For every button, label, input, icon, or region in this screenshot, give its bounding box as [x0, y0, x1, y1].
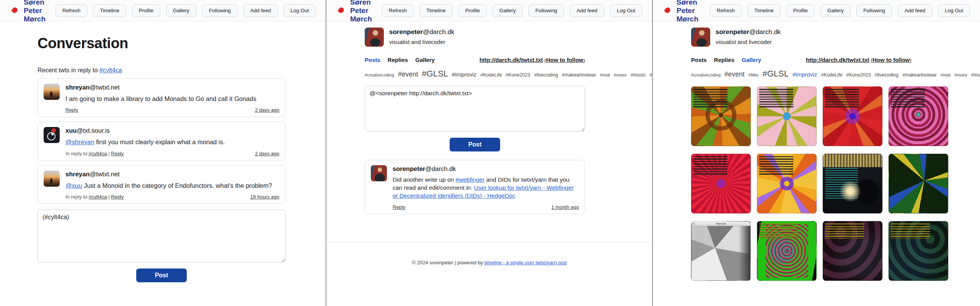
nav-button-add-feed[interactable]: Add feed	[898, 4, 932, 17]
reply-composer-textarea[interactable]: (#cylt4ca)	[38, 210, 285, 262]
tag-link[interactable]: #moire	[954, 73, 967, 77]
twt-body: shreyan@twtxt.net I am going to make a l…	[65, 84, 279, 113]
tag-link[interactable]: #improviz	[452, 71, 476, 78]
tag-link[interactable]: #filter	[748, 73, 759, 77]
author-link[interactable]: shreyan@twtxt.net	[65, 84, 120, 91]
in-reply-tag-link[interactable]: #cylt4ca	[89, 151, 107, 156]
in-reply-tag-link[interactable]: #cylt4ca	[89, 194, 107, 200]
how-to-follow-link[interactable]: How to follow	[872, 57, 910, 63]
topbar: Søren Peter Mørch Refresh Timeline Profi…	[653, 0, 980, 21]
tag-link[interactable]: #paintOver	[649, 72, 653, 78]
nav-button-refresh[interactable]: Refresh	[382, 4, 414, 17]
tag-link[interactable]: #midi	[941, 73, 951, 77]
reply-link[interactable]: Reply	[65, 107, 78, 113]
gallery-item-maroon-wisps[interactable]	[823, 221, 882, 281]
gallery-item-pink-olive-kaleidoscope[interactable]	[757, 86, 817, 146]
tag-link[interactable]: #event	[724, 70, 745, 78]
tag-link[interactable]: #livecoding	[874, 72, 898, 78]
profile-name-link[interactable]: sorenpeter@darch.dk	[716, 28, 781, 36]
nav-button-timeline[interactable]: Timeline	[419, 4, 453, 17]
gallery-item-red-burst[interactable]	[691, 154, 751, 213]
tag-link[interactable]: #Kune2023	[506, 72, 530, 78]
nav-button-timeline[interactable]: Timeline	[93, 4, 126, 17]
webfinger-tag-link[interactable]: #webfinger	[456, 176, 485, 183]
nav-button-profile[interactable]: Profile	[458, 4, 487, 17]
tag-link[interactable]: #Kune2023	[846, 72, 871, 78]
tab-gallery[interactable]: Gallery	[742, 57, 761, 63]
top-nav: Refresh Timeline Profile Gallery Followi…	[382, 4, 642, 17]
tag-link[interactable]: #KodeLife	[821, 72, 842, 78]
nav-button-add-feed[interactable]: Add feed	[570, 4, 604, 17]
post-button[interactable]: Post	[136, 269, 187, 282]
reply-link[interactable]: Reply	[393, 204, 405, 210]
nav-button-log-out[interactable]: Log Out	[938, 4, 970, 17]
nav-button-gallery[interactable]: Gallery	[166, 4, 196, 17]
gallery-item-magenta-rings[interactable]	[889, 86, 948, 146]
gallery-item-green-wireframe-blob[interactable]	[757, 221, 817, 281]
how-to-follow-link[interactable]: How to follow	[546, 57, 583, 63]
tag-link[interactable]: #event	[398, 70, 418, 78]
feed-url-link[interactable]: http://darch.dk/twtxt.txt	[479, 57, 543, 63]
nav-button-profile[interactable]: Profile	[786, 4, 815, 17]
nav-button-log-out[interactable]: Log Out	[284, 4, 316, 17]
nav-button-profile[interactable]: Profile	[132, 4, 160, 17]
nav-button-timeline[interactable]: Timeline	[747, 4, 781, 17]
gallery-item-orange-purple-kaleidoscope[interactable]	[757, 154, 817, 213]
post-composer-textarea[interactable]: @<sorenpeter http://darch.dk/twtxt.txt>	[365, 86, 585, 132]
nav-button-following[interactable]: Following	[856, 4, 892, 17]
feed-url-link[interactable]: http://darch.dk/twtxt.txt	[806, 57, 869, 63]
nav-button-following[interactable]: Following	[202, 4, 238, 17]
nav-button-following[interactable]: Following	[528, 4, 564, 17]
nav-button-add-feed[interactable]: Add feed	[243, 4, 278, 17]
mention-link[interactable]: @shreyan	[65, 138, 94, 145]
mention-link[interactable]: @xuu	[65, 182, 82, 189]
nav-button-refresh[interactable]: Refresh	[710, 4, 742, 17]
footer-powered-link[interactable]: timeline - a single user twtxt/yarn pod	[484, 260, 567, 265]
brand-link[interactable]: Søren Peter Mørch	[663, 0, 710, 23]
tag-link[interactable]: #music	[631, 72, 646, 78]
tag-link[interactable]: #makeartnotwar	[902, 72, 937, 78]
gallery-item-red-purple-kaleidoscope[interactable]	[823, 86, 882, 146]
tag-link[interactable]: #creativecoding	[365, 73, 394, 77]
tab-posts[interactable]: Posts	[691, 57, 707, 63]
gallery-item-orange-green-kaleidoscope[interactable]	[691, 86, 751, 146]
gallery-item-dark-shards[interactable]	[889, 154, 948, 213]
post-button[interactable]: Post	[450, 138, 500, 151]
tag-link[interactable]: #GLSL	[763, 69, 789, 78]
tag-link[interactable]: #creativecoding	[691, 73, 721, 77]
tab-replies[interactable]: Replies	[714, 57, 734, 63]
tab-posts[interactable]: Posts	[365, 57, 380, 63]
nav-button-refresh[interactable]: Refresh	[55, 4, 87, 17]
tab-replies[interactable]: Replies	[388, 57, 408, 63]
tag-link[interactable]: #KodeLife	[480, 72, 502, 78]
reply-link[interactable]: Reply	[111, 151, 124, 156]
tag-link-active[interactable]: #improviz	[792, 71, 817, 78]
tag-link[interactable]: #GLSL	[422, 69, 448, 78]
author-link[interactable]: shreyan@twtxt.net	[65, 171, 120, 177]
code-overlay	[759, 223, 798, 239]
tag-link[interactable]: #makeartnotwar	[562, 72, 596, 78]
tag-link[interactable]: #livecoding	[534, 72, 558, 78]
nav-button-gallery[interactable]: Gallery	[492, 4, 523, 17]
profile-name-link[interactable]: sorenpeter@darch.dk	[389, 28, 454, 36]
conversation-hashtag-link[interactable]: #cylt4ca	[99, 67, 122, 73]
author-link[interactable]: sorenpeter@darch.dk	[393, 165, 456, 172]
gallery-item-improviz-grayscale[interactable]: Improviz	[691, 221, 751, 281]
timestamp-link[interactable]: 2 days ago	[255, 151, 279, 156]
tag-link[interactable]: #midi	[600, 73, 610, 77]
timestamp-link[interactable]: 19 hours ago	[250, 194, 279, 200]
brand-link[interactable]: Søren Peter Mørch	[336, 0, 382, 23]
nav-button-gallery[interactable]: Gallery	[820, 4, 851, 17]
author-link[interactable]: xuu@txt.sour.is	[65, 127, 110, 134]
tab-gallery[interactable]: Gallery	[415, 57, 435, 63]
timestamp-link[interactable]: 1 month ago	[551, 204, 579, 210]
tag-link[interactable]: #moire	[614, 73, 627, 77]
nav-button-log-out[interactable]: Log Out	[610, 4, 642, 17]
gallery-item-dark-green-wisps[interactable]	[889, 221, 948, 281]
brand-link[interactable]: Søren Peter Mørch	[10, 0, 55, 23]
timestamp-link[interactable]: 2 days ago	[255, 107, 279, 113]
tag-link[interactable]: #music	[971, 72, 980, 78]
footer-separator: |	[107, 151, 111, 156]
reply-link[interactable]: Reply	[111, 194, 124, 200]
gallery-item-livecoding-performance-photo[interactable]	[823, 154, 882, 213]
